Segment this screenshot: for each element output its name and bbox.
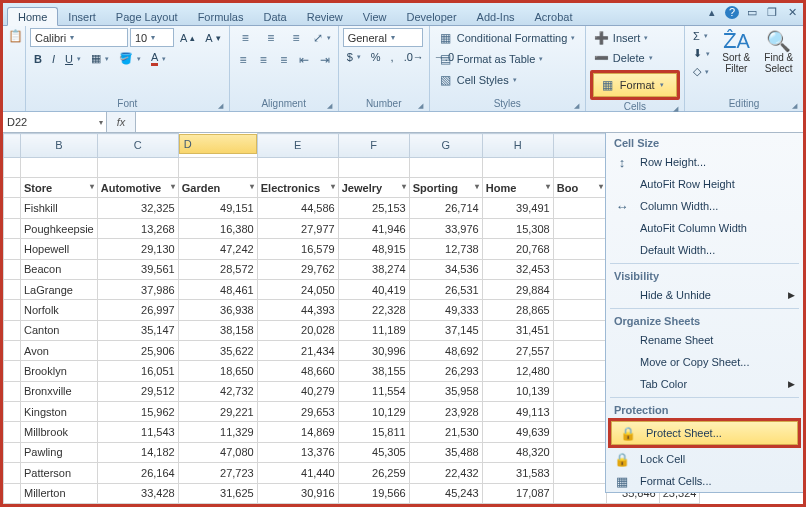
cell[interactable]: [553, 279, 606, 299]
cell[interactable]: 41,440: [257, 463, 338, 483]
underline-button[interactable]: U▾: [61, 51, 85, 67]
cell[interactable]: 22,328: [338, 300, 409, 320]
cell[interactable]: 17,087: [482, 483, 553, 504]
tab-review[interactable]: Review: [297, 8, 353, 25]
cell[interactable]: 19,566: [338, 483, 409, 504]
cell[interactable]: [97, 157, 178, 177]
tab-formulas[interactable]: Formulas: [188, 8, 254, 25]
cell[interactable]: 26,714: [409, 198, 482, 218]
cell[interactable]: [4, 300, 21, 320]
cell[interactable]: 10,129: [338, 402, 409, 422]
cell[interactable]: [553, 239, 606, 259]
cell[interactable]: 11,329: [178, 422, 257, 442]
cell[interactable]: 29,221: [178, 402, 257, 422]
filter-icon[interactable]: ▾: [250, 182, 254, 191]
cell[interactable]: 21,530: [409, 422, 482, 442]
filter-icon[interactable]: ▾: [331, 182, 335, 191]
cell[interactable]: 30,996: [338, 340, 409, 360]
cell[interactable]: 37,986: [97, 279, 178, 299]
help-icon[interactable]: ?: [725, 6, 739, 19]
cell[interactable]: [4, 381, 21, 401]
align-top-button[interactable]: ≡: [234, 28, 257, 48]
cell[interactable]: [4, 320, 21, 340]
cell[interactable]: 29,512: [97, 381, 178, 401]
cell[interactable]: [482, 157, 553, 177]
cell[interactable]: 26,164: [97, 463, 178, 483]
cell[interactable]: 29,653: [257, 402, 338, 422]
cell[interactable]: 38,158: [178, 320, 257, 340]
cell[interactable]: 20,028: [257, 320, 338, 340]
header-cell[interactable]: Garden▾: [178, 178, 257, 198]
cell[interactable]: [4, 361, 21, 381]
cell[interactable]: Bronxville: [21, 381, 98, 401]
cell[interactable]: 26,293: [409, 361, 482, 381]
cell[interactable]: 26,259: [338, 463, 409, 483]
cell[interactable]: Fishkill: [21, 198, 98, 218]
cell[interactable]: [4, 259, 21, 279]
align-bottom-button[interactable]: ≡: [284, 28, 307, 48]
align-right-button[interactable]: ≡: [275, 50, 293, 70]
menu-move-copy-sheet[interactable]: Move or Copy Sheet...: [606, 351, 803, 373]
cell[interactable]: [21, 157, 98, 177]
align-middle-button[interactable]: ≡: [259, 28, 282, 48]
name-box[interactable]: D22▾: [3, 112, 107, 132]
cell[interactable]: 38,155: [338, 361, 409, 381]
cell[interactable]: [553, 300, 606, 320]
font-family-select[interactable]: Calibri▾: [30, 28, 128, 47]
cell[interactable]: 49,333: [409, 300, 482, 320]
col-header-gutter[interactable]: [4, 134, 21, 158]
delete-button[interactable]: ➖Delete▾: [590, 48, 680, 68]
find-select-button[interactable]: 🔍Find & Select: [759, 28, 800, 76]
cell[interactable]: [553, 157, 606, 177]
col-header-D[interactable]: D: [179, 134, 257, 154]
col-header-F[interactable]: F: [338, 134, 409, 158]
cell[interactable]: 25,906: [97, 340, 178, 360]
cell[interactable]: 22,432: [409, 463, 482, 483]
cell[interactable]: 16,380: [178, 218, 257, 238]
header-cell[interactable]: Electronics▾: [257, 178, 338, 198]
cell[interactable]: 15,308: [482, 218, 553, 238]
fx-label[interactable]: fx: [107, 112, 136, 132]
col-header-B[interactable]: B: [21, 134, 98, 158]
cell[interactable]: 48,461: [178, 279, 257, 299]
menu-rename-sheet[interactable]: Rename Sheet: [606, 329, 803, 351]
cell[interactable]: 13,268: [97, 218, 178, 238]
cell[interactable]: 23,928: [409, 402, 482, 422]
tab-home[interactable]: Home: [7, 7, 58, 26]
cell[interactable]: 10,139: [482, 381, 553, 401]
cell[interactable]: 44,586: [257, 198, 338, 218]
filter-icon[interactable]: ▾: [599, 182, 603, 191]
sort-filter-button[interactable]: ẐASort & Filter: [716, 28, 757, 76]
cell[interactable]: 49,639: [482, 422, 553, 442]
header-cell[interactable]: Automotive▾: [97, 178, 178, 198]
cell[interactable]: [553, 198, 606, 218]
cell[interactable]: Pawling: [21, 442, 98, 462]
cell[interactable]: 28,572: [178, 259, 257, 279]
cell[interactable]: Avon: [21, 340, 98, 360]
inc-decimal-button[interactable]: .0→: [400, 49, 428, 65]
cell[interactable]: Patterson: [21, 463, 98, 483]
font-color-button[interactable]: A▾: [147, 49, 170, 68]
cell[interactable]: Millerton: [21, 483, 98, 504]
cell[interactable]: [4, 198, 21, 218]
cell[interactable]: [553, 218, 606, 238]
cell[interactable]: 48,660: [257, 361, 338, 381]
cell[interactable]: 45,243: [409, 483, 482, 504]
cell[interactable]: [553, 361, 606, 381]
menu-format-cells[interactable]: ▦Format Cells...: [606, 470, 803, 492]
paste-icon[interactable]: 📋: [7, 28, 23, 44]
cell[interactable]: 48,320: [482, 442, 553, 462]
cell[interactable]: 24,050: [257, 279, 338, 299]
cell[interactable]: [553, 259, 606, 279]
cell[interactable]: [553, 402, 606, 422]
header-cell[interactable]: Sporting▾: [409, 178, 482, 198]
menu-autofit-column-width[interactable]: AutoFit Column Width: [606, 217, 803, 239]
cell[interactable]: 12,480: [482, 361, 553, 381]
col-header-E[interactable]: E: [257, 134, 338, 158]
col-header-G[interactable]: G: [409, 134, 482, 158]
tab-view[interactable]: View: [353, 8, 397, 25]
filter-icon[interactable]: ▾: [402, 182, 406, 191]
menu-lock-cell[interactable]: 🔒Lock Cell: [606, 448, 803, 470]
cell[interactable]: [553, 422, 606, 442]
format-as-table-button[interactable]: ▤Format as Table▾: [434, 49, 581, 69]
